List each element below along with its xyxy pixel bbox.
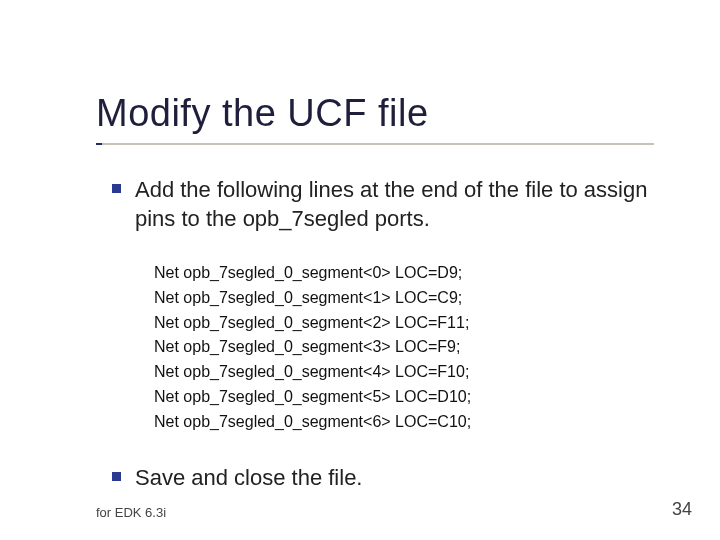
title-area: Modify the UCF file [0,0,720,145]
slide-body: Add the following lines at the end of th… [0,145,720,492]
slide: Modify the UCF file Add the following li… [0,0,720,540]
bullet-text: Save and close the file. [135,463,362,492]
code-line: Net opb_7segled_0_segment<5> LOC=D10; [154,385,680,410]
bullet-item: Save and close the file. [112,463,680,492]
bullet-item: Add the following lines at the end of th… [112,175,680,233]
square-bullet-icon [112,472,121,481]
code-line: Net opb_7segled_0_segment<1> LOC=C9; [154,286,680,311]
ucf-code-block: Net opb_7segled_0_segment<0> LOC=D9; Net… [112,251,680,435]
page-number: 34 [672,499,692,520]
bullet-text: Add the following lines at the end of th… [135,175,680,233]
code-line: Net opb_7segled_0_segment<4> LOC=F10; [154,360,680,385]
code-line: Net opb_7segled_0_segment<0> LOC=D9; [154,261,680,286]
code-line: Net opb_7segled_0_segment<3> LOC=F9; [154,335,680,360]
slide-title: Modify the UCF file [96,92,720,135]
square-bullet-icon [112,184,121,193]
code-line: Net opb_7segled_0_segment<2> LOC=F11; [154,311,680,336]
code-line: Net opb_7segled_0_segment<6> LOC=C10; [154,410,680,435]
footer-text: for EDK 6.3i [96,505,166,520]
